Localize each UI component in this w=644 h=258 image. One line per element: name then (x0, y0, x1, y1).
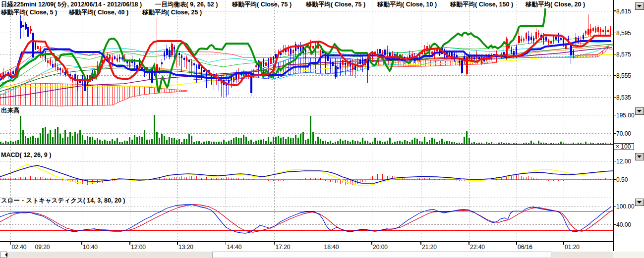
svg-text:02:40: 02:40 (12, 244, 27, 251)
svg-text:8,595: 8,595 (616, 30, 631, 37)
svg-text:移動平均( Close, 75 ): 移動平均( Close, 75 ) (305, 1, 365, 8)
svg-text:8,575: 8,575 (616, 51, 631, 58)
svg-text:14:40: 14:40 (227, 244, 242, 251)
svg-text:8,535: 8,535 (616, 94, 631, 101)
svg-text:移動平均( Close, 25 ): 移動平均( Close, 25 ) (142, 9, 202, 16)
svg-text:移動平均( Close, 10 ): 移動平均( Close, 10 ) (377, 1, 437, 8)
svg-text:移動平均( Close, 75 ): 移動平均( Close, 75 ) (232, 1, 292, 8)
svg-text:日経225mini 12/09( 5分, 2012/06/1: 日経225mini 12/09( 5分, 2012/06/14 - 2012/0… (1, 1, 142, 8)
svg-text:× 100: × 100 (616, 143, 631, 150)
svg-text:MACD( 12, 26, 9 ): MACD( 12, 26, 9 ) (1, 152, 51, 158)
svg-text:01:20: 01:20 (565, 244, 580, 251)
svg-text:8,555: 8,555 (616, 72, 631, 79)
svg-text:195.00: 195.00 (616, 112, 635, 119)
svg-text:12.00: 12.00 (616, 158, 631, 165)
svg-text:スロー・ストキャスティクス( 14, 3, 80, 20 ): スロー・ストキャスティクス( 14, 3, 80, 20 ) (1, 197, 125, 204)
svg-text:06/16: 06/16 (518, 244, 532, 251)
svg-text:0.50: 0.50 (616, 176, 628, 183)
svg-text:12:00: 12:00 (131, 244, 146, 251)
svg-text:出来高: 出来高 (1, 107, 20, 114)
svg-text:8,615: 8,615 (616, 8, 631, 15)
svg-text:移動平均( Close, 150 ): 移動平均( Close, 150 ) (450, 1, 513, 8)
svg-text:13:20: 13:20 (178, 244, 193, 251)
svg-text:21:20: 21:20 (422, 244, 437, 251)
svg-text:40.00: 40.00 (616, 221, 631, 228)
svg-text:20:00: 20:00 (373, 244, 388, 251)
svg-text:移動平均( Close, 40 ): 移動平均( Close, 40 ) (68, 9, 128, 16)
svg-text:09:20: 09:20 (35, 244, 50, 251)
svg-text:70.00: 70.00 (616, 130, 631, 137)
svg-text:10:40: 10:40 (83, 244, 98, 251)
svg-text:100.00: 100.00 (616, 203, 635, 210)
svg-text:22:40: 22:40 (470, 244, 485, 251)
svg-text:一目均衡表( 9, 26, 52 ): 一目均衡表( 9, 26, 52 ) (155, 1, 218, 8)
svg-text:移動平均( Close, 5 ): 移動平均( Close, 5 ) (0, 9, 57, 16)
svg-text:移動平均( Close, 20 ): 移動平均( Close, 20 ) (525, 1, 585, 8)
svg-text:17:20: 17:20 (276, 244, 291, 251)
svg-text:18:40: 18:40 (324, 244, 339, 251)
